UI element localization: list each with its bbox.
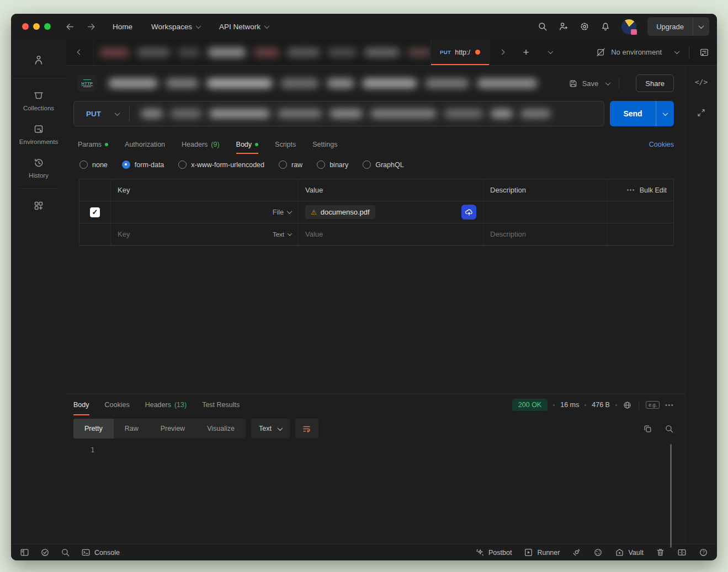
- save-options-chevron[interactable]: [605, 80, 611, 85]
- menu-workspaces[interactable]: Workspaces: [151, 23, 200, 31]
- close-button[interactable]: [22, 23, 29, 30]
- postbot-button[interactable]: Postbot: [475, 548, 512, 557]
- redacted-url-input[interactable]: [137, 105, 596, 122]
- wrap-text-icon[interactable]: [295, 419, 318, 439]
- bulk-edit-button[interactable]: Bulk Edit: [640, 186, 667, 194]
- scroll-tabs-right-chevron[interactable]: [490, 39, 514, 65]
- environment-quick-look-icon[interactable]: [699, 47, 709, 57]
- radio-none[interactable]: none: [79, 161, 108, 169]
- file-chip[interactable]: ⚠ documenso.pdf: [305, 205, 375, 219]
- menu-api-network[interactable]: API Network: [219, 23, 269, 31]
- send-label[interactable]: Send: [610, 101, 656, 126]
- view-visualize[interactable]: Visualize: [196, 419, 246, 439]
- upgrade-button[interactable]: Upgrade: [647, 17, 709, 36]
- response-tab-headers[interactable]: Headers(13): [145, 394, 187, 415]
- tab-params[interactable]: Params: [78, 135, 108, 154]
- search-icon[interactable]: [538, 22, 548, 31]
- sidebar-item-profile[interactable]: [11, 46, 66, 74]
- example-icon[interactable]: e.g.: [646, 401, 660, 409]
- sidebar-item-collections[interactable]: Collections: [11, 84, 66, 117]
- forward-arrow-icon[interactable]: [87, 22, 96, 31]
- back-arrow-icon[interactable]: [65, 22, 75, 31]
- value-cell[interactable]: [299, 223, 483, 245]
- cookies-link[interactable]: Cookies: [649, 141, 674, 148]
- key-cell[interactable]: File: [111, 201, 299, 223]
- save-floppy-icon[interactable]: [568, 79, 578, 88]
- copy-icon[interactable]: [643, 424, 652, 434]
- type-dropdown[interactable]: File: [273, 209, 291, 216]
- description-cell[interactable]: [483, 223, 607, 245]
- trash-icon[interactable]: [656, 548, 665, 557]
- save-button[interactable]: Save: [582, 79, 599, 88]
- response-more-options-icon[interactable]: •••: [665, 402, 674, 408]
- upgrade-caret[interactable]: [693, 17, 709, 36]
- description-cell[interactable]: [483, 201, 607, 223]
- code-snippet-icon[interactable]: </>: [695, 78, 708, 86]
- globe-icon[interactable]: [623, 400, 632, 410]
- radio-raw[interactable]: raw: [279, 161, 302, 169]
- upload-file-button[interactable]: [461, 205, 476, 220]
- view-raw[interactable]: Raw: [114, 419, 150, 439]
- key-cell[interactable]: Text: [111, 223, 299, 245]
- minimize-button[interactable]: [33, 23, 40, 30]
- search-response-icon[interactable]: [665, 424, 674, 434]
- settings-gear-icon[interactable]: [580, 22, 589, 31]
- response-time[interactable]: 16 ms: [560, 401, 579, 409]
- split-pane-icon[interactable]: [677, 548, 687, 557]
- invite-user-icon[interactable]: [559, 22, 568, 31]
- help-icon[interactable]: ?: [699, 548, 708, 557]
- send-options-chevron[interactable]: [656, 101, 674, 126]
- capture-requests-icon[interactable]: [572, 548, 581, 557]
- cookies-icon[interactable]: [593, 548, 603, 557]
- sidebar-configure-button[interactable]: [11, 194, 66, 217]
- vault-button[interactable]: Vault: [615, 548, 644, 557]
- row-checkbox-checked[interactable]: ✓: [90, 207, 100, 217]
- maximize-button[interactable]: [44, 23, 51, 30]
- radio-graphql[interactable]: GraphQL: [363, 161, 403, 169]
- response-tab-body[interactable]: Body: [73, 394, 89, 415]
- more-options-icon[interactable]: •••: [627, 187, 635, 193]
- response-size[interactable]: 476 B: [592, 401, 610, 409]
- radio-form-data[interactable]: form-data: [122, 161, 164, 169]
- description-input[interactable]: [490, 230, 600, 238]
- radio-binary[interactable]: binary: [317, 161, 348, 169]
- tab-headers[interactable]: Headers(9): [182, 135, 220, 154]
- tab-body[interactable]: Body: [236, 135, 259, 154]
- sidebar-item-environments[interactable]: Environments: [11, 117, 66, 151]
- console-button[interactable]: Console: [81, 548, 120, 557]
- collapse-sidebar-chevron[interactable]: [66, 39, 94, 65]
- status-badge[interactable]: 200 OK: [512, 399, 548, 411]
- status-check-icon[interactable]: [40, 548, 50, 557]
- user-avatar[interactable]: [621, 19, 636, 34]
- response-tab-cookies[interactable]: Cookies: [105, 394, 130, 415]
- tab-options-chevron[interactable]: [538, 39, 562, 65]
- tab-authorization[interactable]: Authorization: [125, 135, 165, 154]
- radio-x-www-form-urlencoded[interactable]: x-www-form-urlencoded: [178, 161, 264, 169]
- active-request-tab[interactable]: PUT http:/: [431, 39, 490, 65]
- view-pretty[interactable]: Pretty: [73, 419, 114, 439]
- expand-panel-icon[interactable]: [697, 108, 706, 117]
- scrollbar[interactable]: [670, 444, 672, 548]
- share-button[interactable]: Share: [636, 74, 674, 92]
- format-dropdown[interactable]: Text: [251, 419, 290, 439]
- upgrade-label[interactable]: Upgrade: [647, 17, 693, 36]
- send-button[interactable]: Send: [610, 101, 674, 126]
- key-input[interactable]: [118, 208, 273, 216]
- response-body-editor[interactable]: 1: [66, 442, 685, 544]
- runner-button[interactable]: Runner: [524, 548, 560, 557]
- environment-selector[interactable]: No environment: [596, 39, 717, 65]
- notifications-bell-icon[interactable]: [601, 22, 610, 31]
- view-preview[interactable]: Preview: [150, 419, 196, 439]
- tab-settings[interactable]: Settings: [312, 135, 337, 154]
- value-input[interactable]: [305, 230, 476, 238]
- tab-scripts[interactable]: Scripts: [275, 135, 296, 154]
- toggle-sidebar-icon[interactable]: [20, 548, 29, 557]
- menu-home[interactable]: Home: [113, 23, 132, 31]
- sidebar-item-history[interactable]: History: [11, 151, 66, 185]
- response-tab-test-results[interactable]: Test Results: [202, 394, 240, 415]
- find-icon[interactable]: [61, 548, 70, 557]
- key-input[interactable]: [118, 230, 273, 238]
- method-selector[interactable]: PUT: [74, 110, 129, 118]
- new-tab-button[interactable]: +: [514, 39, 538, 65]
- type-dropdown[interactable]: Text: [273, 231, 291, 238]
